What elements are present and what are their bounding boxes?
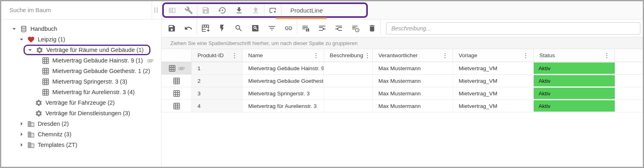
- column-title: Verantwortlicher: [378, 52, 418, 58]
- column-menu-icon[interactable]: ⋮: [522, 52, 530, 58]
- header-status[interactable]: Status ⋮: [534, 49, 615, 62]
- header-vorlage[interactable]: Vorlage ⋮: [453, 49, 534, 62]
- grid-table-icon: [42, 78, 49, 86]
- filter-icon: [268, 24, 276, 32]
- view-history-button[interactable]: [347, 21, 364, 36]
- save-button[interactable]: [197, 4, 214, 16]
- header-beschreibung[interactable]: Beschreibung ⋮: [324, 49, 373, 62]
- header-name[interactable]: Name ⋮: [243, 49, 324, 62]
- header-produkt-id[interactable]: Produkt-ID ⋮: [192, 49, 243, 62]
- status-badge[interactable]: Aktiv: [534, 87, 615, 99]
- indent-right-button[interactable]: [331, 21, 347, 36]
- group-by-hint-text: Ziehen Sie eine Spaltenüberschrift hierh…: [170, 40, 358, 46]
- gear-icon: [36, 46, 43, 54]
- chevron-down-icon[interactable]: [10, 25, 18, 33]
- download-icon: [235, 6, 243, 15]
- search-panel-button[interactable]: [247, 21, 264, 36]
- table-row[interactable]: 4 Mietvertrag für Aurelienstr. 3 Max Mus…: [161, 100, 643, 112]
- column-menu-icon[interactable]: ⋮: [230, 52, 239, 58]
- save-icon: [202, 6, 210, 15]
- upload-button[interactable]: [247, 4, 264, 16]
- tree-item-mietvertrag-springerstr[interactable]: Mietvertrag Springerstr. 3 (3): [1, 76, 161, 87]
- collapse-left-button[interactable]: [314, 21, 331, 36]
- cell-produkt-id[interactable]: 1: [192, 62, 243, 74]
- column-title: Beschreibung: [330, 52, 363, 58]
- cell-beschreibung[interactable]: [324, 87, 373, 99]
- flash-action-button[interactable]: [214, 21, 230, 36]
- tree-item-leipzig[interactable]: Leipzig (1): [1, 34, 161, 45]
- table-row[interactable]: 3 Mietvertrag Springerstr. 3 Max Musterm…: [161, 87, 643, 100]
- delete-icon: [368, 24, 376, 32]
- delete-button[interactable]: [364, 21, 380, 36]
- cell-name[interactable]: Mietvertrag für Aurelienstr. 3: [243, 100, 324, 112]
- tree-sidebar: || Handbuch Leipzig (1) Verträge für Räu…: [1, 1, 161, 167]
- tree-item-vertraege-dienstleistungen[interactable]: Verträge für Dienstleistungen (3): [1, 108, 161, 118]
- tree-item-mietvertrag-hainstr[interactable]: Mietvertrag Gebäude Hainstr. 9 (1): [1, 55, 161, 66]
- tree-item-handbuch[interactable]: Handbuch: [1, 24, 161, 34]
- cell-name[interactable]: Mietvertrag Springerstr. 3: [243, 87, 324, 99]
- tree-search-input[interactable]: [9, 7, 143, 13]
- description-input[interactable]: [386, 22, 640, 34]
- cell-produkt-id[interactable]: 3: [192, 87, 243, 99]
- status-badge[interactable]: Aktiv: [534, 62, 615, 74]
- undo-button[interactable]: [180, 21, 197, 36]
- restore-history-button[interactable]: [214, 4, 231, 16]
- chevron-right-icon[interactable]: [17, 130, 26, 138]
- new-tab-button[interactable]: [264, 4, 281, 16]
- save-button[interactable]: [163, 21, 180, 36]
- table-row[interactable]: 1 Mietvertrag Gebäude Hainstr. 9 Max Mus…: [161, 62, 643, 75]
- chevron-down-icon[interactable]: [26, 46, 34, 54]
- cell-name[interactable]: Mietvertrag Gebäude Goethestr. 1: [243, 75, 324, 87]
- chevron-right-icon[interactable]: [17, 120, 26, 128]
- cell-beschreibung[interactable]: [324, 75, 373, 87]
- add-table-button[interactable]: [197, 21, 214, 36]
- cell-vorlage[interactable]: Mietvertrag_VM: [453, 75, 534, 87]
- status-badge[interactable]: Aktiv: [534, 100, 615, 112]
- tree-item-chemnitz[interactable]: Chemnitz (3): [1, 129, 161, 140]
- tree-item-mietvertrag-aurelienstr[interactable]: Mietvertrag für Aurelienstr. 3 (4): [1, 87, 161, 97]
- cell-filler: [615, 100, 643, 112]
- chevron-down-icon[interactable]: [17, 35, 26, 43]
- row-type-cell[interactable]: [161, 87, 192, 99]
- column-menu-icon[interactable]: ⋮: [363, 52, 372, 58]
- column-menu-icon[interactable]: ⋮: [603, 52, 611, 58]
- cell-vorlage[interactable]: Mietvertrag_VM: [453, 62, 534, 74]
- table-row[interactable]: 2 Mietvertrag Gebäude Goethestr. 1 Max M…: [161, 75, 643, 87]
- settings-wrench-button[interactable]: [180, 4, 197, 16]
- cell-verantwortlicher[interactable]: Max Mustermann: [373, 62, 453, 74]
- header-verantwortlicher[interactable]: Verantwortlicher ⋮: [373, 49, 453, 62]
- row-type-cell[interactable]: [161, 75, 192, 87]
- cell-beschreibung[interactable]: [324, 62, 373, 74]
- tree-item-mietvertrag-goethestr[interactable]: Mietvertrag Gebäude Goethestr. 1 (2): [1, 66, 161, 76]
- filter-button[interactable]: [264, 21, 280, 36]
- cell-vorlage[interactable]: Mietvertrag_VM: [453, 100, 534, 112]
- tab-productline[interactable]: ProductLine: [281, 7, 330, 14]
- search-button[interactable]: [230, 21, 247, 36]
- chevron-right-icon[interactable]: [17, 141, 26, 149]
- tree-item-vertraege-fahrzeuge[interactable]: Verträge für Fahrzeuge (2): [1, 97, 161, 108]
- download-button[interactable]: [231, 4, 247, 16]
- cell-vorlage[interactable]: Mietvertrag_VM: [453, 87, 534, 99]
- tree-item-templates[interactable]: Templates (ZT): [1, 140, 161, 150]
- column-title: Produkt-ID: [197, 52, 224, 58]
- tree-item-dresden[interactable]: Dresden (2): [1, 118, 161, 129]
- cell-beschreibung[interactable]: [324, 100, 373, 112]
- toolbar-separator: [380, 19, 381, 35]
- cell-produkt-id[interactable]: 4: [192, 100, 243, 112]
- tab-toolbar: ProductLine: [161, 1, 643, 19]
- row-type-cell[interactable]: [161, 62, 192, 74]
- cell-verantwortlicher[interactable]: Max Mustermann: [373, 75, 453, 87]
- save-view-button[interactable]: [297, 21, 314, 36]
- column-menu-icon[interactable]: ⋮: [312, 52, 320, 58]
- panel-splitter-handle[interactable]: ||: [154, 6, 159, 13]
- status-badge[interactable]: Aktiv: [534, 75, 615, 87]
- column-menu-icon[interactable]: ⋮: [441, 52, 449, 58]
- reader-view-button[interactable]: [164, 4, 180, 16]
- row-type-cell[interactable]: [161, 100, 192, 112]
- cell-verantwortlicher[interactable]: Max Mustermann: [373, 100, 453, 112]
- cell-name[interactable]: Mietvertrag Gebäude Hainstr. 9: [243, 62, 324, 74]
- link-button[interactable]: [280, 21, 297, 36]
- cell-verantwortlicher[interactable]: Max Mustermann: [373, 87, 453, 99]
- cell-produkt-id[interactable]: 2: [192, 75, 243, 87]
- tree-item-vertraege-raeume[interactable]: Verträge für Räume und Gebäude (1): [1, 45, 161, 55]
